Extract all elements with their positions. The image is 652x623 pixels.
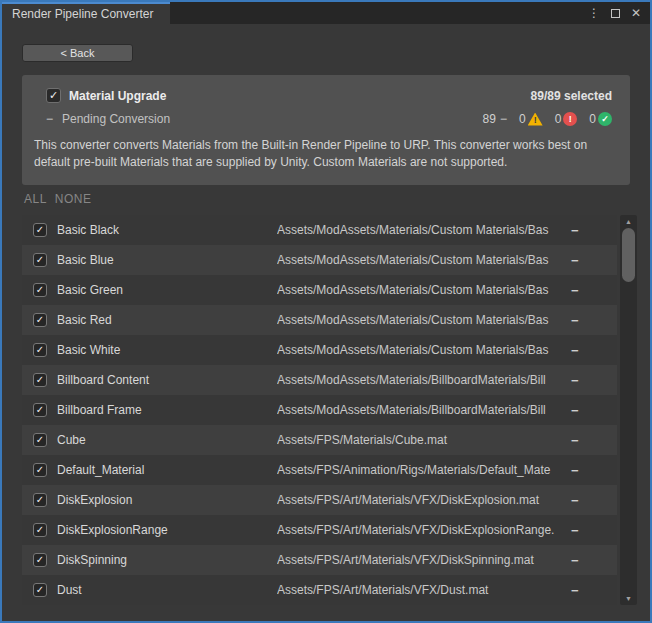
pending-status-dash-icon: − xyxy=(46,112,53,126)
material-name: Cube xyxy=(57,433,277,447)
material-name: Dust xyxy=(57,583,277,597)
title-bar: Render Pipeline Converter ⋮ ✕ xyxy=(2,2,650,24)
tab-render-pipeline-converter[interactable]: Render Pipeline Converter xyxy=(2,2,170,24)
list-header: ALL NONE xyxy=(24,192,92,206)
window-title: Render Pipeline Converter xyxy=(12,7,153,21)
material-path: Assets/FPS/Animation/Rigs/Materials/Defa… xyxy=(277,463,567,477)
row-checkbox[interactable]: ✓ xyxy=(33,253,47,267)
converter-name: Material Upgrade xyxy=(69,89,166,103)
material-row[interactable]: ✓ Basic Black Assets/ModAssets/Materials… xyxy=(22,215,617,245)
window-body: < Back ✓ Material Upgrade 89/89 selected… xyxy=(2,24,650,621)
row-status-dash-icon: − xyxy=(567,553,617,568)
material-row[interactable]: ✓ Billboard Content Assets/ModAssets/Mat… xyxy=(22,365,617,395)
row-checkbox[interactable]: ✓ xyxy=(33,493,47,507)
row-status-dash-icon: − xyxy=(567,403,617,418)
material-name: Basic Green xyxy=(57,283,277,297)
row-status-dash-icon: − xyxy=(567,343,617,358)
warning-icon: ! xyxy=(528,113,543,126)
status-counts: 89 − 0 ! 0 ! 0 ✓ xyxy=(483,112,612,126)
row-status-dash-icon: − xyxy=(567,253,617,268)
row-status-dash-icon: − xyxy=(567,433,617,448)
material-row[interactable]: ✓ DiskSpinning Assets/FPS/Art/Materials/… xyxy=(22,545,617,575)
material-path: Assets/ModAssets/Materials/Custom Materi… xyxy=(277,313,567,327)
scrollbar-thumb[interactable] xyxy=(622,228,635,282)
row-checkbox[interactable]: ✓ xyxy=(33,523,47,537)
material-name: Basic Blue xyxy=(57,253,277,267)
material-path: Assets/ModAssets/Materials/Custom Materi… xyxy=(277,283,567,297)
success-count: 0 xyxy=(589,112,596,126)
kebab-menu-icon[interactable]: ⋮ xyxy=(588,7,600,19)
material-row[interactable]: ✓ Basic Blue Assets/ModAssets/Materials/… xyxy=(22,245,617,275)
row-checkbox[interactable]: ✓ xyxy=(33,583,47,597)
material-name: Billboard Content xyxy=(57,373,277,387)
material-path: Assets/FPS/Art/Materials/VFX/DiskSpinnin… xyxy=(277,553,567,567)
material-row[interactable]: ✓ Basic Red Assets/ModAssets/Materials/C… xyxy=(22,305,617,335)
materials-list: ✓ Basic Black Assets/ModAssets/Materials… xyxy=(22,215,617,605)
row-status-dash-icon: − xyxy=(567,493,617,508)
row-checkbox[interactable]: ✓ xyxy=(33,283,47,297)
row-status-dash-icon: − xyxy=(567,583,617,598)
material-path: Assets/FPS/Art/Materials/VFX/DiskExplosi… xyxy=(277,523,567,537)
material-row[interactable]: ✓ Default_Material Assets/FPS/Animation/… xyxy=(22,455,617,485)
material-upgrade-checkbox[interactable]: ✓ xyxy=(46,88,61,103)
material-name: Billboard Frame xyxy=(57,403,277,417)
maximize-icon[interactable] xyxy=(611,9,620,18)
material-name: Basic Black xyxy=(57,223,277,237)
row-checkbox[interactable]: ✓ xyxy=(33,463,47,477)
row-status-dash-icon: − xyxy=(567,313,617,328)
row-status-dash-icon: − xyxy=(567,223,617,238)
material-name: DiskSpinning xyxy=(57,553,277,567)
scrollbar[interactable]: ▲ ▼ xyxy=(620,215,637,605)
material-row[interactable]: ✓ Basic White Assets/ModAssets/Materials… xyxy=(22,335,617,365)
error-icon: ! xyxy=(563,112,577,126)
row-status-dash-icon: − xyxy=(567,463,617,478)
row-checkbox[interactable]: ✓ xyxy=(33,223,47,237)
material-path: Assets/ModAssets/Materials/Custom Materi… xyxy=(277,253,567,267)
row-checkbox[interactable]: ✓ xyxy=(33,313,47,327)
window-controls: ⋮ ✕ xyxy=(588,2,650,24)
material-path: Assets/FPS/Art/Materials/VFX/DiskExplosi… xyxy=(277,493,567,507)
material-row[interactable]: ✓ Basic Green Assets/ModAssets/Materials… xyxy=(22,275,617,305)
error-count: 0 xyxy=(555,112,562,126)
material-name: Basic White xyxy=(57,343,277,357)
material-path: Assets/FPS/Materials/Cube.mat xyxy=(277,433,567,447)
material-path: Assets/FPS/Art/Materials/VFX/Dust.mat xyxy=(277,583,567,597)
material-name: Basic Red xyxy=(57,313,277,327)
select-all-button[interactable]: ALL xyxy=(24,192,47,206)
converter-description: This converter converts Materials from t… xyxy=(34,137,612,171)
pending-count: 89 xyxy=(483,112,496,126)
material-name: Default_Material xyxy=(57,463,277,477)
material-row[interactable]: ✓ Cube Assets/FPS/Materials/Cube.mat − xyxy=(22,425,617,455)
material-path: Assets/ModAssets/Materials/Custom Materi… xyxy=(277,343,567,357)
material-path: Assets/ModAssets/Materials/BillboardMate… xyxy=(277,403,567,417)
material-name: DiskExplosion xyxy=(57,493,277,507)
material-row[interactable]: ✓ Billboard Frame Assets/ModAssets/Mater… xyxy=(22,395,617,425)
close-icon[interactable]: ✕ xyxy=(631,7,641,19)
material-name: DiskExplosionRange xyxy=(57,523,277,537)
row-status-dash-icon: − xyxy=(567,373,617,388)
selected-count: 89/89 selected xyxy=(531,89,612,103)
row-checkbox[interactable]: ✓ xyxy=(33,343,47,357)
material-row[interactable]: ✓ DiskExplosion Assets/FPS/Art/Materials… xyxy=(22,485,617,515)
scroll-down-icon[interactable]: ▼ xyxy=(620,592,637,605)
warning-count: 0 xyxy=(519,112,526,126)
converter-info-panel: ✓ Material Upgrade 89/89 selected − Pend… xyxy=(22,75,630,185)
row-checkbox[interactable]: ✓ xyxy=(33,373,47,387)
back-button[interactable]: < Back xyxy=(22,44,133,62)
render-pipeline-converter-window: Render Pipeline Converter ⋮ ✕ < Back ✓ M… xyxy=(0,0,652,623)
success-icon: ✓ xyxy=(598,112,612,126)
row-status-dash-icon: − xyxy=(567,283,617,298)
scroll-up-icon[interactable]: ▲ xyxy=(620,215,637,228)
select-none-button[interactable]: NONE xyxy=(55,192,92,206)
material-row[interactable]: ✓ DiskExplosionRange Assets/FPS/Art/Mate… xyxy=(22,515,617,545)
pending-conversion-label: Pending Conversion xyxy=(62,112,170,126)
row-checkbox[interactable]: ✓ xyxy=(33,433,47,447)
material-row[interactable]: ✓ Dust Assets/FPS/Art/Materials/VFX/Dust… xyxy=(22,575,617,605)
row-checkbox[interactable]: ✓ xyxy=(33,403,47,417)
material-path: Assets/ModAssets/Materials/Custom Materi… xyxy=(277,223,567,237)
material-path: Assets/ModAssets/Materials/BillboardMate… xyxy=(277,373,567,387)
pending-dash-icon: − xyxy=(500,112,507,126)
row-checkbox[interactable]: ✓ xyxy=(33,553,47,567)
row-status-dash-icon: − xyxy=(567,523,617,538)
